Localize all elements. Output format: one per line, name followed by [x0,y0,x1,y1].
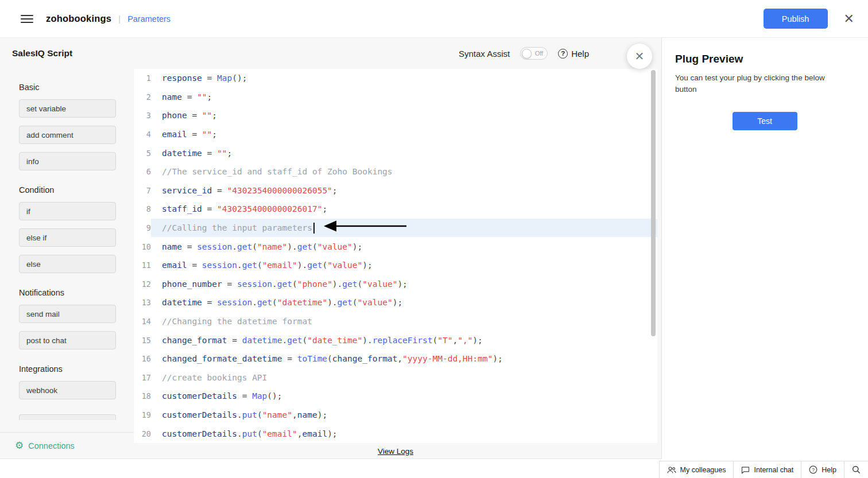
search-icon [852,465,861,474]
chat-icon [741,466,750,474]
sidebar-section: Basicset variableadd commentinfo [19,83,116,170]
connections-label: Connections [28,441,75,450]
script-close-button[interactable]: ✕ [627,44,652,69]
code-line-4[interactable]: 4email = ""; [134,125,657,144]
line-number: 12 [134,279,151,289]
code-line-16[interactable]: 16changed_formate_datetime = toTime(chan… [134,349,657,368]
toggle-knob [522,49,532,59]
code-line-7[interactable]: 7service_id = "4302354000000026055"; [134,181,657,200]
code-line-3[interactable]: 3phone = ""; [134,106,657,125]
editor-scrollbar[interactable] [651,70,656,442]
code-line-19[interactable]: 19customerDetails.put("name",name); [134,406,657,425]
code-line-15[interactable]: 15change_format = datetime.get("date_tim… [134,331,657,349]
preview-title: Plug Preview [675,53,854,65]
code-line-14[interactable]: 14//Changing the datetime format [134,312,657,331]
sidebar-section-title: Notifications [19,288,116,297]
sidebar-section: Integrationswebhook [19,364,116,399]
code-content: email = session.get("email").get("value"… [151,256,657,275]
help-status-button[interactable]: ? Help [801,461,844,478]
syntax-assist-label: Syntax Assist [459,49,510,59]
line-number: 3 [134,111,151,120]
code-content: name = ""; [151,88,657,107]
code-content: email = ""; [151,125,657,144]
sidebar-item-webhook[interactable]: webhook [19,381,116,399]
line-number: 6 [134,167,151,176]
test-button[interactable]: Test [733,112,797,130]
line-number: 9 [134,223,151,232]
line-number: 2 [134,92,151,102]
app-header: zohobookings | Parameters Publish ✕ [0,0,868,38]
sidebar-section-title: Condition [19,185,116,195]
internal-chat-label: Internal chat [754,466,793,474]
line-number: 15 [134,336,151,345]
code-line-10[interactable]: 10name = session.get("name").get("value"… [134,237,657,256]
code-line-13[interactable]: 13datetime = session.get("datetime").get… [134,293,657,312]
syntax-assist-toggle[interactable]: Off [520,47,548,60]
internal-chat-button[interactable]: Internal chat [733,461,801,478]
svg-text:?: ? [812,467,815,473]
sidebar-item-else[interactable]: else [19,255,116,273]
sidebar-sections: Basicset variableadd commentinfoConditio… [19,83,116,399]
code-line-5[interactable]: 5datetime = ""; [134,143,657,162]
code-line-17[interactable]: 17//create bookings API [134,368,657,387]
line-number: 19 [134,410,151,419]
code-content: //create bookings API [151,368,657,387]
line-number: 1 [134,73,151,83]
people-icon [667,466,676,474]
sidebar-item-add-comment[interactable]: add comment [19,126,116,144]
view-logs-link[interactable]: View Logs [378,447,413,456]
breadcrumb[interactable]: Parameters [127,14,170,24]
line-number: 5 [134,149,151,158]
question-icon: ? [558,49,568,59]
line-number: 14 [134,317,151,326]
sidebar-item-post-to-chat[interactable]: post to chat [19,331,116,349]
code-content: //Changing the datetime format [151,312,657,331]
code-content: phone = ""; [151,106,657,125]
close-icon[interactable]: ✕ [844,13,854,25]
sidebar-item-info[interactable]: info [19,152,116,170]
search-button[interactable] [844,461,868,478]
connections-button[interactable]: ⚙ Connections [0,432,134,458]
code-content: customerDetails.put("email",email); [151,424,657,443]
line-number: 10 [134,242,151,251]
line-number: 20 [134,429,151,438]
sidebar-item-if[interactable]: if [19,202,116,220]
sidebar-item-set-variable[interactable]: set variable [19,99,116,118]
preview-description: You can test your plug by clicking the b… [675,72,845,95]
code-line-18[interactable]: 18customerDetails = Map(); [134,387,657,406]
line-number: 13 [134,298,151,307]
sidebar-item-else-if[interactable]: else if [19,228,116,247]
code-line-8[interactable]: 8staff_id = "4302354000000026017"; [134,200,657,219]
scrollbar-thumb[interactable] [651,70,656,336]
code-content: changed_formate_datetime = toTime(change… [151,349,657,368]
line-number: 4 [134,130,151,139]
gear-icon: ⚙ [15,441,24,450]
code-content: datetime = session.get("datetime").get("… [151,293,657,312]
script-panel-header: SalesIQ Script Syntax Assist Off ? Help [0,38,661,69]
code-editor[interactable]: 1response = Map();2name = "";3phone = ""… [134,69,657,443]
my-colleagues-button[interactable]: My colleagues [659,461,734,478]
view-logs-row: View Logs [134,443,657,459]
code-content: datetime = ""; [151,143,657,162]
brand-title: zohobookings [46,13,111,24]
code-line-2[interactable]: 2name = ""; [134,88,657,107]
code-line-12[interactable]: 12phone_number = session.get("phone").ge… [134,275,657,294]
code-line-9[interactable]: 9//Calling the input parameters [134,219,657,238]
hamburger-menu-icon[interactable] [21,15,33,23]
code-content: phone_number = session.get("phone").get(… [151,275,657,294]
sidebar-section-title: Basic [19,83,116,92]
code-line-20[interactable]: 20customerDetails.put("email",email); [134,424,657,443]
code-content: //Calling the input parameters [151,219,657,238]
sidebar-item-send-mail[interactable]: send mail [19,305,116,323]
snippet-sidebar: Basicset variableadd commentinfoConditio… [0,69,134,432]
salesiq-script-panel: SalesIQ Script Syntax Assist Off ? Help … [0,38,662,459]
code-line-6[interactable]: 6//The service_id and staff_id of Zoho B… [134,162,657,181]
code-content: service_id = "4302354000000026055"; [151,181,657,200]
line-number: 8 [134,204,151,213]
code-line-11[interactable]: 11email = session.get("email").get("valu… [134,256,657,275]
breadcrumb-separator: | [118,14,121,24]
code-line-1[interactable]: 1response = Map(); [134,69,657,88]
sidebar-item-partial[interactable] [19,414,116,420]
help-button[interactable]: ? Help [558,49,589,59]
publish-button[interactable]: Publish [764,9,828,29]
